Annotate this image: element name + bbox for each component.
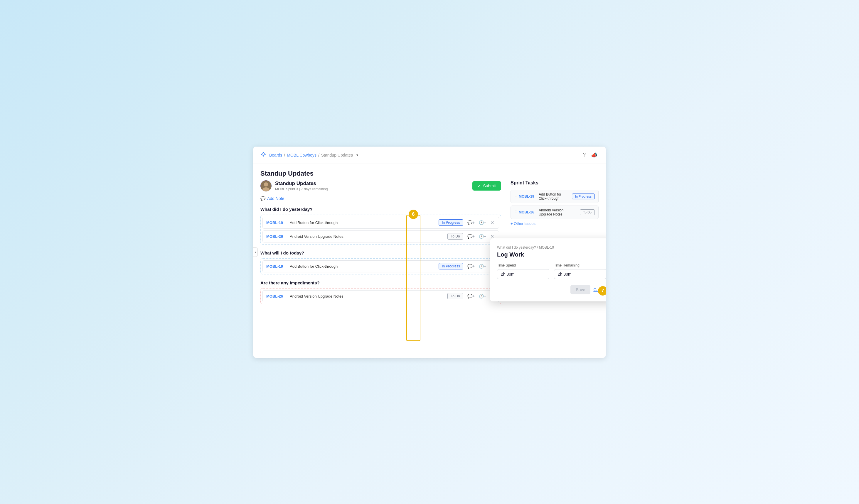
breadcrumb-boards-link[interactable]: Boards (269, 153, 282, 157)
form-days: 7 days remaining (301, 187, 328, 191)
other-issues-label[interactable]: + Other Issues (511, 221, 536, 226)
form-sprint: MOBL Sprint 3 (275, 187, 298, 191)
sprint-task-name-2: Android Version Upgrade Notes (539, 208, 577, 216)
task-id-mobl26-y[interactable]: MOBL-26 (266, 234, 287, 239)
sprint-status-1[interactable]: In Progress (572, 193, 595, 199)
section-yesterday-title: What did I do yesterday? (260, 207, 501, 212)
comment-button-t1[interactable]: 💬+ (466, 263, 476, 269)
breadcrumb-project-link[interactable]: MOBL Cowboys (287, 153, 316, 157)
status-badge-inprogress-y[interactable]: In Progress (439, 219, 463, 226)
status-badge-inprogress-t[interactable]: In Progress (439, 263, 463, 269)
section-impediments-title: Are there any impediments? (260, 280, 501, 285)
step7-bubble: 7 (598, 286, 606, 296)
drag-handle-2: ⠿ (514, 210, 516, 214)
breadcrumb: Boards / MOBL Cowboys / Standup Updates … (260, 151, 360, 159)
breadcrumb-sep2: / (318, 153, 319, 157)
step6-bubble: 6 (409, 210, 418, 219)
main-layout: Standup Updates MOBL Sprint 3 | 7 days r… (253, 180, 606, 317)
sidebar-toggle-button[interactable]: › (253, 248, 258, 257)
modal-title: Log Work (497, 251, 606, 258)
left-panel: Standup Updates MOBL Sprint 3 | 7 days r… (260, 180, 501, 310)
section-yesterday: What did I do yesterday? MOBL-19 Add But… (260, 207, 501, 245)
logwork-button-t1[interactable]: 🕐+ (478, 263, 487, 269)
add-note-label[interactable]: Add Note (267, 196, 284, 201)
time-remaining-input[interactable] (554, 269, 606, 279)
section-today: What will I do today? MOBL-19 Add Button… (260, 250, 501, 274)
time-spend-input[interactable] (497, 269, 549, 279)
section-today-title: What will I do today? (260, 250, 501, 255)
svg-line-4 (261, 153, 263, 154)
section-impediments: Are there any impediments? MOBL-26 Andro… (260, 280, 501, 304)
table-row: MOBL-19 Add Button for Click-through In … (262, 217, 499, 229)
task-id-mobl19-t[interactable]: MOBL-19 (266, 264, 287, 269)
other-issues-link[interactable]: + Other Issues (511, 221, 599, 226)
modal-actions: Save Cancel (497, 285, 606, 294)
logwork-button-y1[interactable]: 🕐+ (478, 220, 487, 225)
section-impediments-box: MOBL-26 Android Version Upgrade Notes To… (260, 288, 501, 304)
svg-line-7 (263, 154, 265, 156)
status-badge-todo-i[interactable]: To Do (448, 293, 463, 299)
form-subtitle: MOBL Sprint 3 | 7 days remaining (275, 187, 328, 191)
help-button[interactable]: ? (582, 151, 587, 159)
announcements-button[interactable]: 📣 (590, 151, 599, 159)
add-note-row[interactable]: 💬 Add Note (260, 196, 501, 201)
sprint-tasks-title: Sprint Tasks (511, 180, 599, 186)
form-title-block: Standup Updates MOBL Sprint 3 | 7 days r… (275, 180, 328, 191)
table-row: MOBL-19 Add Button for Click-through In … (262, 261, 499, 272)
form-info: Standup Updates MOBL Sprint 3 | 7 days r… (260, 180, 328, 191)
sprint-task-row-2: ⠿ MOBL-26 Android Version Upgrade Notes … (511, 206, 599, 219)
table-row: MOBL-26 Android Version Upgrade Notes To… (262, 290, 499, 302)
sprint-task-id-2[interactable]: MOBL-26 (519, 210, 536, 214)
svg-point-9 (264, 183, 268, 187)
sprint-task-id-1[interactable]: MOBL-19 (519, 194, 536, 199)
submit-check-icon: ✓ (478, 184, 481, 188)
logo-icon (260, 151, 266, 159)
drag-handle-1: ⠿ (514, 194, 516, 199)
time-remaining-field: Time Remaining (554, 263, 606, 279)
svg-line-6 (261, 154, 263, 156)
modal-fields: Time Spend Time Remaining (497, 263, 606, 279)
comment-button-y1[interactable]: 💬+ (466, 220, 476, 225)
submit-button[interactable]: ✓ Submit (472, 181, 501, 191)
section-yesterday-box: MOBL-19 Add Button for Click-through In … (260, 215, 501, 245)
sprint-task-name-1: Add Button for Click-through (539, 192, 570, 201)
header-actions: ? 📣 (582, 151, 599, 159)
sprint-status-2[interactable]: To Do (580, 209, 595, 215)
time-spend-field: Time Spend (497, 263, 549, 279)
standup-form-title: Standup Updates (275, 180, 328, 187)
time-remaining-label: Time Remaining (554, 263, 606, 267)
modal-context: What did I do yesterday? / MOBL-19 (497, 246, 606, 250)
sprint-task-row-1: ⠿ MOBL-19 Add Button for Click-through I… (511, 190, 599, 203)
breadcrumb-page: Standup Updates (321, 153, 353, 157)
note-icon: 💬 (260, 196, 266, 201)
log-work-modal: What did I do yesterday? / MOBL-19 Log W… (490, 238, 606, 301)
svg-line-5 (263, 153, 265, 154)
header: Boards / MOBL Cowboys / Standup Updates … (253, 146, 606, 164)
task-id-mobl26-i[interactable]: MOBL-26 (266, 294, 287, 298)
task-name-mobl19-t: Add Button for Click-through (290, 264, 436, 269)
form-header: Standup Updates MOBL Sprint 3 | 7 days r… (260, 180, 501, 191)
right-panel: Sprint Tasks ⠿ MOBL-19 Add Button for Cl… (511, 180, 599, 310)
section-today-box: MOBL-19 Add Button for Click-through In … (260, 258, 501, 274)
page-title: Standup Updates (253, 164, 606, 180)
breadcrumb-sep1: / (284, 153, 285, 157)
comment-button-y2[interactable]: 💬+ (466, 233, 476, 239)
breadcrumb-chevron-button[interactable]: ▾ (355, 153, 360, 158)
time-spend-label: Time Spend (497, 263, 549, 267)
remove-button-y1[interactable]: ✕ (489, 219, 495, 226)
task-name-mobl26-y: Android Version Upgrade Notes (290, 234, 444, 239)
status-badge-todo-y[interactable]: To Do (448, 233, 463, 239)
table-row: MOBL-26 Android Version Upgrade Notes To… (262, 231, 499, 242)
task-name-mobl19-y: Add Button for Click-through (290, 220, 436, 225)
comment-button-i1[interactable]: 💬+ (466, 293, 476, 299)
modal-save-button[interactable]: Save (570, 285, 590, 294)
task-actions-y1: 💬+ 🕐+ ✕ (466, 219, 495, 226)
task-name-mobl26-i: Android Version Upgrade Notes (290, 294, 444, 298)
avatar (260, 180, 272, 191)
logwork-button-i1[interactable]: 🕐+ (478, 293, 487, 299)
logwork-button-y2[interactable]: 🕐+ (478, 233, 487, 239)
task-id-mobl19-y[interactable]: MOBL-19 (266, 220, 287, 225)
